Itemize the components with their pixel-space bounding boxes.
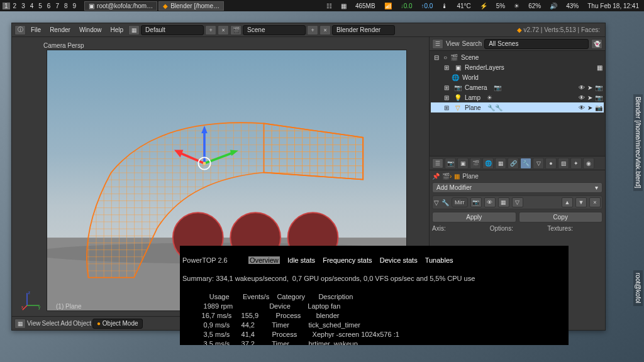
render-icon[interactable]: 📷 bbox=[595, 84, 602, 91]
ws-4[interactable]: 4 bbox=[28, 3, 36, 9]
tab-scene-icon[interactable]: 🎬 bbox=[470, 158, 481, 169]
modifier-name-field[interactable]: Mirr bbox=[452, 197, 468, 207]
vp-menu-view[interactable]: View bbox=[27, 320, 41, 327]
tab-object-icon[interactable]: ▦ bbox=[495, 158, 506, 169]
menu-help[interactable]: Help bbox=[107, 25, 128, 35]
delete-modifier-icon[interactable]: × bbox=[589, 197, 601, 207]
expand-icon[interactable]: ⊞ bbox=[442, 93, 451, 102]
scene-add-icon[interactable]: + bbox=[307, 25, 318, 35]
outliner-tree[interactable]: ⊟○🎬Scene ⊞▣RenderLayers▦ 🌐World ⊞📷Camera… bbox=[430, 51, 605, 156]
layout-browse-icon[interactable]: ▦ bbox=[128, 25, 140, 35]
tab-device[interactable]: Device stats bbox=[380, 256, 418, 264]
term-tabs[interactable]: Overview Idle stats Frequency stats Devi… bbox=[248, 256, 453, 264]
menu-render[interactable]: Render bbox=[46, 25, 74, 35]
layout-add-icon[interactable]: + bbox=[205, 25, 216, 35]
pin-icon[interactable]: 📌 bbox=[432, 173, 440, 180]
cursor-icon[interactable]: ➤ bbox=[587, 84, 592, 91]
cursor-icon[interactable]: ➤ bbox=[587, 104, 592, 111]
tab-texture-icon[interactable]: ▨ bbox=[558, 158, 569, 169]
menu-file[interactable]: File bbox=[27, 25, 45, 35]
ws-1[interactable]: 1 bbox=[3, 3, 10, 9]
tab-freq[interactable]: Frequency stats bbox=[323, 256, 372, 264]
tab-particles-icon[interactable]: ✦ bbox=[570, 158, 582, 169]
tree-plane[interactable]: ⊞▽Plane🔧🔧👁➤📷 bbox=[431, 102, 604, 112]
collapse-icon[interactable]: ▽ bbox=[434, 199, 439, 206]
tree-renderlayers[interactable]: ⊞▣RenderLayers▦ bbox=[431, 62, 604, 72]
tab-overview[interactable]: Overview bbox=[248, 256, 280, 264]
powertop-terminal[interactable]: PowerTOP 2.6 Overview Idle stats Frequen… bbox=[180, 246, 569, 345]
mode-select[interactable]: ● Object Mode bbox=[92, 319, 143, 329]
vp-menu-select[interactable]: Select bbox=[42, 320, 60, 327]
tab-world-icon[interactable]: 🌐 bbox=[482, 158, 494, 169]
layers-icon: ▣ bbox=[453, 63, 462, 72]
eye-icon[interactable]: 👁 bbox=[579, 94, 585, 101]
taskbar: 1 2 3 4 5 6 7 8 9 ▣root@kofola:/hom… ◆Bl… bbox=[0, 0, 644, 11]
props-type-icon[interactable]: ☰ bbox=[432, 158, 443, 168]
task-terminal[interactable]: ▣root@kofola:/hom… bbox=[84, 1, 157, 11]
toggle-edit-icon[interactable]: ▦ bbox=[498, 197, 509, 207]
ws-8[interactable]: 8 bbox=[62, 3, 70, 9]
editor-type-3d-icon[interactable]: ▦ bbox=[14, 319, 26, 329]
toggle-cage-icon[interactable]: ▽ bbox=[512, 197, 523, 207]
menu-window[interactable]: Window bbox=[75, 25, 106, 35]
vp-menu-add[interactable]: Add bbox=[60, 320, 72, 327]
tab-layers-icon[interactable]: ▣ bbox=[457, 158, 469, 169]
tab-data-icon[interactable]: ▽ bbox=[533, 158, 544, 169]
move-down-icon[interactable]: ▼ bbox=[575, 197, 587, 207]
options-label: Options: bbox=[490, 225, 545, 232]
tree-lamp[interactable]: ⊞💡Lamp☀👁➤📷 bbox=[431, 92, 604, 102]
filter-icon[interactable]: 👻 bbox=[591, 39, 602, 49]
tab-physics-icon[interactable]: ◉ bbox=[583, 158, 594, 169]
tree-scene[interactable]: ⊟○🎬Scene bbox=[431, 52, 604, 62]
ws-2[interactable]: 2 bbox=[11, 3, 19, 9]
render-icon[interactable]: 📷 bbox=[595, 104, 602, 111]
temp-value: 41°C bbox=[454, 3, 473, 9]
breadcrumb-label: Plane bbox=[462, 173, 479, 180]
tree-world[interactable]: 🌐World bbox=[431, 72, 604, 82]
engine-select[interactable]: Blender Render bbox=[332, 25, 395, 35]
term-summary: Summary: 334,1 wakeups/second, 0,7 GPU o… bbox=[182, 275, 475, 282]
outliner-view[interactable]: View bbox=[446, 40, 460, 47]
tab-render-icon[interactable]: 📷 bbox=[445, 158, 456, 169]
tab-modifiers-icon[interactable]: 🔧 bbox=[520, 158, 531, 169]
tab-tunables[interactable]: Tunables bbox=[425, 256, 453, 264]
outliner-filter[interactable]: All Scenes bbox=[484, 39, 589, 49]
task-blender[interactable]: ◆Blender [/home… bbox=[158, 1, 224, 11]
ws-9[interactable]: 9 bbox=[71, 3, 79, 9]
scene-del-icon[interactable]: × bbox=[319, 25, 331, 35]
expand-icon[interactable]: ⊟ bbox=[432, 53, 441, 62]
ws-6[interactable]: 6 bbox=[45, 3, 53, 9]
net-down: ↓0.0 bbox=[398, 3, 415, 9]
tab-material-icon[interactable]: ● bbox=[545, 158, 557, 169]
scene-browse-icon[interactable]: 🎬 bbox=[230, 25, 242, 35]
scene-field[interactable]: Scene bbox=[243, 25, 306, 35]
tab-constraints-icon[interactable]: 🔗 bbox=[508, 158, 519, 169]
mem-icon: ▦ bbox=[338, 3, 349, 9]
ws-3[interactable]: 3 bbox=[19, 3, 27, 9]
vp-menu-object[interactable]: Object bbox=[73, 320, 91, 327]
layout-field[interactable]: Default bbox=[141, 25, 204, 35]
workspace-switcher[interactable]: 1 2 3 4 5 6 7 8 9 bbox=[3, 3, 78, 9]
expand-icon[interactable]: ⊞ bbox=[442, 103, 451, 112]
cursor-icon[interactable]: ➤ bbox=[587, 94, 592, 101]
ws-5[interactable]: 5 bbox=[36, 3, 44, 9]
outliner-search[interactable]: Search bbox=[462, 40, 482, 47]
add-modifier-button[interactable]: Add Modifier▾ bbox=[432, 182, 602, 193]
render-icon[interactable]: 📷 bbox=[595, 94, 602, 101]
toggle-view-icon[interactable]: 👁 bbox=[484, 197, 496, 207]
layout-del-icon[interactable]: × bbox=[218, 25, 229, 35]
expand-icon[interactable]: ⊞ bbox=[442, 63, 451, 72]
textures-label: Textures: bbox=[547, 225, 602, 232]
editor-type-icon[interactable]: ⓘ bbox=[14, 25, 26, 35]
outliner-type-icon[interactable]: ☰ bbox=[432, 39, 443, 49]
expand-icon[interactable]: ⊞ bbox=[442, 83, 451, 92]
move-up-icon[interactable]: ▲ bbox=[562, 197, 573, 207]
tab-idle[interactable]: Idle stats bbox=[287, 256, 315, 264]
apply-button[interactable]: Apply bbox=[432, 212, 516, 222]
eye-icon[interactable]: 👁 bbox=[579, 104, 585, 111]
tree-camera[interactable]: ⊞📷Camera📷👁➤📷 bbox=[431, 82, 604, 92]
copy-button[interactable]: Copy bbox=[519, 212, 603, 222]
toggle-render-icon[interactable]: 📷 bbox=[470, 197, 482, 207]
ws-7[interactable]: 7 bbox=[53, 3, 61, 9]
eye-icon[interactable]: 👁 bbox=[579, 84, 585, 91]
